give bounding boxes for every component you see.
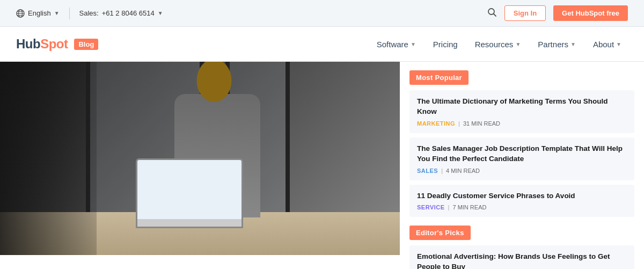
article-title-2: The Sales Manager Job Description Templa…: [417, 144, 627, 164]
article-readtime-2: 4 MIN READ: [446, 168, 480, 174]
meta-divider-3: |: [448, 204, 450, 210]
article-meta-3: SERVICE | 7 MIN READ: [417, 204, 627, 210]
logo-hub: Hub: [16, 37, 40, 52]
sales-chevron: ▼: [158, 10, 163, 16]
nav-about-caret: ▼: [616, 41, 621, 47]
laptop-screen: [137, 160, 241, 219]
sign-in-button[interactable]: Sign In: [504, 5, 546, 21]
nav-partners-label: Partners: [538, 40, 568, 49]
editors-picks-header: Editor's Picks: [409, 226, 471, 240]
nav-software-caret: ▼: [411, 41, 416, 47]
sidebar: Most Popular The Ultimate Dictionary of …: [400, 62, 644, 269]
sales-phone[interactable]: +61 2 8046 6514: [102, 9, 155, 17]
article-card-3[interactable]: 11 Deadly Customer Service Phrases to Av…: [409, 185, 634, 217]
get-hubspot-button[interactable]: Get HubSpot free: [553, 5, 628, 21]
article-category-3: SERVICE: [417, 204, 445, 210]
nav-partners[interactable]: Partners ▼: [531, 35, 582, 53]
logo-area: HubSpot Blog: [16, 37, 98, 52]
article-title-1: The Ultimate Dictionary of Marketing Ter…: [417, 97, 627, 117]
search-button[interactable]: [487, 8, 497, 19]
nav-pricing-label: Pricing: [433, 40, 458, 49]
nav-resources[interactable]: Resources ▼: [469, 35, 528, 53]
article-readtime-1: 31 MIN READ: [463, 120, 500, 127]
hubspot-logo[interactable]: HubSpot: [16, 37, 68, 52]
language-chevron: ▼: [54, 10, 60, 16]
nav-resources-caret: ▼: [515, 41, 521, 47]
article-readtime-3: 7 MIN READ: [452, 204, 486, 210]
sales-number-container: Sales: +61 2 8046 6514 ▼: [79, 9, 163, 17]
article-category-1: MARKETING: [417, 120, 455, 127]
nav-pricing[interactable]: Pricing: [427, 35, 464, 53]
top-bar: English ▼ Sales: +61 2 8046 6514 ▼ Sign …: [0, 0, 644, 27]
meta-divider-1: |: [458, 120, 460, 127]
nav-software[interactable]: Software ▼: [370, 35, 422, 53]
nav-bar: HubSpot Blog Software ▼ Pricing Resource…: [0, 27, 644, 62]
search-icon: [487, 8, 497, 17]
article-card-2[interactable]: The Sales Manager Job Description Templa…: [409, 137, 634, 180]
main-content: Most Popular The Ultimate Dictionary of …: [0, 62, 644, 269]
article-meta-2: SALES | 4 MIN READ: [417, 168, 627, 174]
meta-divider-2: |: [441, 168, 443, 174]
nav-software-label: Software: [377, 40, 408, 49]
hero-area: [0, 62, 400, 255]
left-shadow: [0, 62, 97, 255]
globe-icon: [16, 9, 25, 18]
editors-article-1[interactable]: Emotional Advertising: How Brands Use Fe…: [409, 245, 634, 269]
nav-partners-caret: ▼: [570, 41, 576, 47]
article-card-1[interactable]: The Ultimate Dictionary of Marketing Ter…: [409, 90, 634, 133]
editors-article-title-1: Emotional Advertising: How Brands Use Fe…: [417, 252, 627, 269]
sales-label: Sales:: [79, 9, 99, 17]
article-meta-1: MARKETING | 31 MIN READ: [417, 120, 627, 127]
svg-line-6: [493, 13, 496, 16]
logo-spot: Spot: [40, 37, 68, 52]
article-title-3: 11 Deadly Customer Service Phrases to Av…: [417, 191, 627, 201]
laptop: [136, 158, 243, 228]
most-popular-header: Most Popular: [409, 70, 469, 85]
blog-badge[interactable]: Blog: [74, 39, 98, 50]
hero-image: [0, 62, 400, 255]
language-label: English: [28, 9, 51, 17]
nav-resources-label: Resources: [475, 40, 514, 49]
top-bar-right: Sign In Get HubSpot free: [487, 5, 628, 21]
nav-about[interactable]: About ▼: [587, 35, 628, 53]
language-selector[interactable]: English ▼: [16, 9, 60, 18]
article-category-2: SALES: [417, 168, 438, 174]
topbar-divider: [69, 8, 70, 19]
nav-links: Software ▼ Pricing Resources ▼ Partners …: [370, 35, 628, 53]
nav-about-label: About: [593, 40, 614, 49]
top-bar-left: English ▼ Sales: +61 2 8046 6514 ▼: [16, 8, 163, 19]
